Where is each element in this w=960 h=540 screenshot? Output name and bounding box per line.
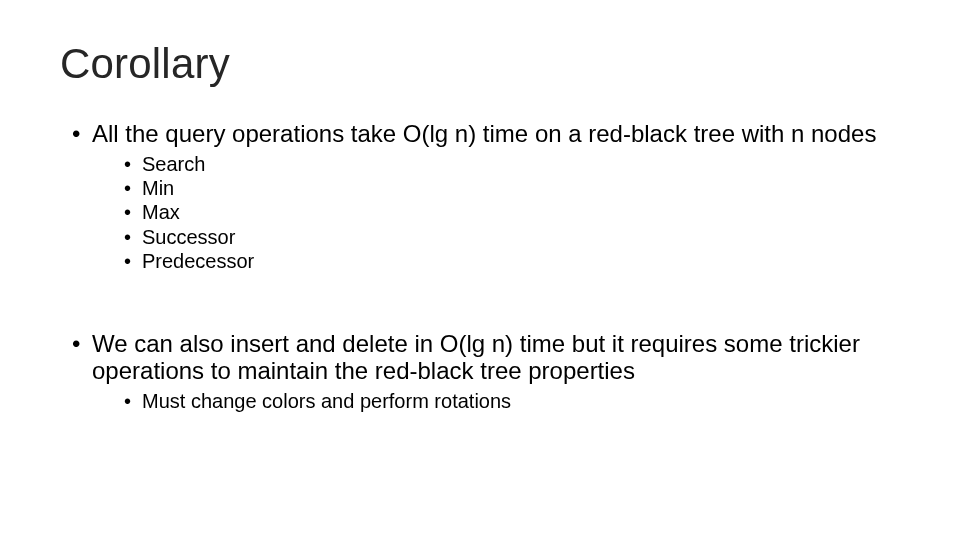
sub-bullet-list: Search Min Max Successor Predecessor (92, 152, 900, 274)
sub-bullet-item: Successor (128, 225, 900, 249)
slide: Corollary All the query operations take … (0, 0, 960, 540)
sub-bullet-item: Must change colors and perform rotations (128, 389, 900, 413)
sub-bullet-item: Max (128, 200, 900, 224)
bullet-item: All the query operations take O(lg n) ti… (78, 120, 900, 274)
bullet-list: We can also insert and delete in O(lg n)… (60, 330, 900, 414)
slide-title: Corollary (60, 40, 900, 88)
sub-bullet-item: Min (128, 176, 900, 200)
sub-bullet-item: Search (128, 152, 900, 176)
bullet-item: We can also insert and delete in O(lg n)… (78, 330, 900, 414)
bullet-list: All the query operations take O(lg n) ti… (60, 120, 900, 274)
spacer (60, 302, 900, 330)
sub-bullet-item: Predecessor (128, 249, 900, 273)
sub-bullet-list: Must change colors and perform rotations (92, 389, 900, 413)
bullet-text: We can also insert and delete in O(lg n)… (92, 330, 860, 385)
bullet-text: All the query operations take O(lg n) ti… (92, 120, 876, 147)
